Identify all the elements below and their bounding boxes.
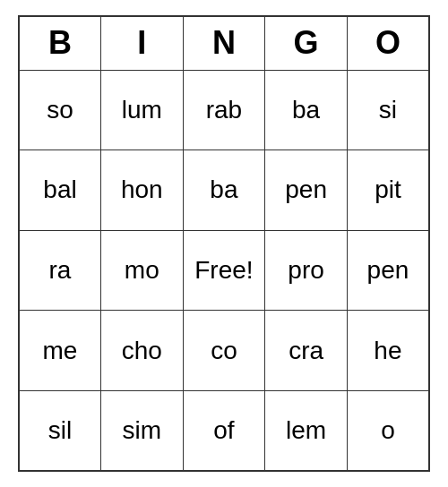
- cell-r4-c4: o: [347, 390, 429, 471]
- table-row: silsimoflemo: [19, 390, 429, 471]
- header-cell-b: B: [19, 16, 101, 70]
- cell-r0-c2: rab: [183, 70, 265, 150]
- cell-r4-c3: lem: [265, 390, 348, 471]
- table-row: balhonbapenpit: [19, 150, 429, 231]
- cell-r1-c4: pit: [347, 150, 429, 231]
- cell-r2-c0: ra: [19, 230, 101, 311]
- header-cell-g: G: [265, 16, 348, 70]
- cell-r3-c4: he: [347, 311, 429, 391]
- cell-r4-c1: sim: [101, 390, 184, 471]
- cell-r4-c0: sil: [19, 390, 101, 471]
- cell-r0-c4: si: [347, 70, 429, 150]
- cell-r3-c3: cra: [265, 311, 348, 391]
- table-row: mechococrahe: [19, 311, 429, 391]
- cell-r4-c2: of: [183, 390, 265, 471]
- header-cell-o: O: [347, 16, 429, 70]
- cell-r1-c1: hon: [101, 150, 184, 231]
- header-cell-i: I: [101, 16, 184, 70]
- cell-r0-c0: so: [19, 70, 101, 150]
- cell-r3-c1: cho: [101, 311, 184, 391]
- cell-r2-c2: Free!: [183, 230, 265, 311]
- cell-r0-c3: ba: [265, 70, 348, 150]
- cell-r2-c1: mo: [101, 230, 184, 311]
- cell-r3-c2: co: [183, 311, 265, 391]
- bingo-card: BINGO solumrabbasibalhonbapenpitramoFree…: [18, 15, 430, 472]
- cell-r1-c2: ba: [183, 150, 265, 231]
- table-row: ramoFree!propen: [19, 230, 429, 311]
- cell-r2-c3: pro: [265, 230, 348, 311]
- cell-r2-c4: pen: [347, 230, 429, 311]
- header-row: BINGO: [19, 16, 429, 70]
- cell-r1-c3: pen: [265, 150, 348, 231]
- cell-r1-c0: bal: [19, 150, 101, 231]
- table-row: solumrabbasi: [19, 70, 429, 150]
- header-cell-n: N: [183, 16, 265, 70]
- cell-r3-c0: me: [19, 311, 101, 391]
- cell-r0-c1: lum: [101, 70, 184, 150]
